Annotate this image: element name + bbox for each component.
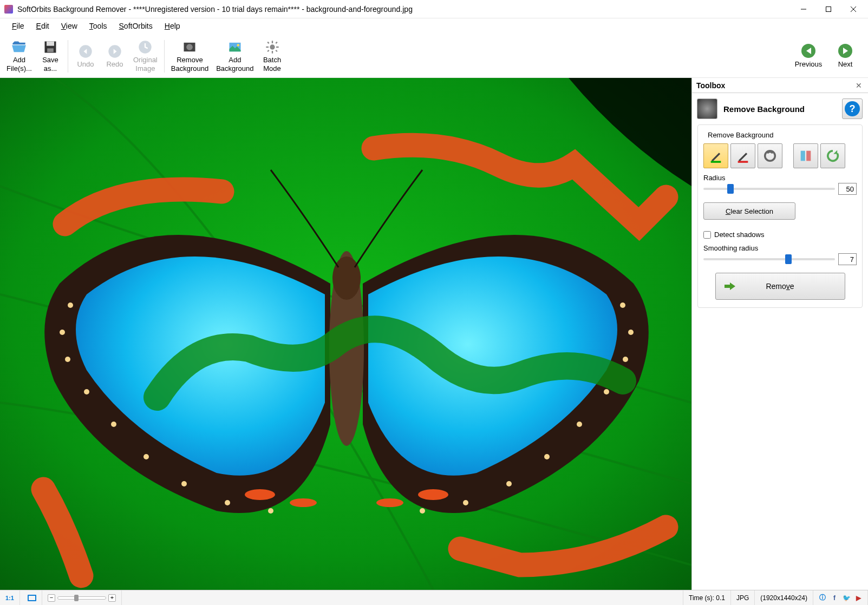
menu-view[interactable]: View (56, 19, 83, 32)
arrow-left-icon (801, 44, 815, 58)
svg-point-27 (84, 389, 89, 394)
maximize-button[interactable] (816, 1, 841, 18)
zoom-slider[interactable] (57, 596, 106, 600)
refresh-tool[interactable] (820, 143, 845, 168)
undo-button[interactable]: Undo (71, 36, 100, 77)
eraser-tool[interactable] (758, 143, 782, 168)
svg-rect-21 (275, 42, 277, 44)
redo-icon (107, 44, 122, 59)
original-image-button[interactable]: Original Image (130, 36, 161, 77)
smoothing-slider-thumb[interactable] (785, 254, 792, 264)
svg-point-14 (270, 44, 275, 49)
status-dimensions: (1920x1440x24) (755, 590, 813, 605)
clock-icon (138, 40, 153, 55)
undo-label: Undo (77, 60, 94, 69)
redo-button[interactable]: Redo (101, 36, 129, 77)
remove-background-button[interactable]: Remove Background (168, 36, 212, 77)
clear-selection-button[interactable]: Clear Selection (703, 202, 795, 220)
radius-slider-thumb[interactable] (727, 184, 734, 194)
arrow-right-icon (838, 44, 852, 58)
remove-bg-group: Remove Background Radius (697, 124, 863, 308)
facebook-icon[interactable]: f (831, 594, 838, 602)
status-bar: 1:1 − + Time (s): 0.1 JPG (1920x1440x24)… (0, 590, 868, 605)
svg-point-26 (65, 357, 70, 362)
menu-bar: File Edit View Tools SoftOrbits Help (0, 18, 868, 34)
radius-label: Radius (703, 174, 857, 182)
svg-point-32 (268, 508, 273, 514)
group-legend: Remove Background (706, 131, 775, 139)
main-toolbar: Add File(s)... Saveas... Undo Redo Origi… (0, 34, 868, 78)
zoom-control: − + (42, 590, 122, 605)
youtube-icon[interactable]: ▶ (854, 594, 862, 602)
floppy-icon (43, 40, 58, 55)
svg-point-39 (506, 481, 512, 486)
svg-point-44 (418, 489, 448, 500)
title-bar: SoftOrbits Background Remover - ****Unre… (0, 0, 868, 18)
smoothing-slider[interactable] (703, 258, 835, 260)
status-format: JPG (731, 590, 755, 605)
next-button[interactable]: Next (829, 37, 862, 75)
remove-button[interactable]: Remove (715, 273, 845, 300)
minimize-button[interactable] (791, 1, 816, 18)
svg-point-33 (620, 302, 625, 308)
zoom-in-button[interactable]: + (108, 594, 116, 602)
green-marker-tool[interactable] (703, 143, 728, 168)
menu-edit[interactable]: Edit (31, 19, 55, 32)
svg-rect-16 (271, 51, 272, 54)
radius-slider-row (703, 183, 857, 195)
lasso-fg-tool[interactable] (793, 143, 818, 168)
close-button[interactable] (841, 1, 866, 18)
svg-point-40 (463, 500, 468, 505)
add-bg-label: Add Background (216, 56, 253, 73)
add-bg-icon (227, 40, 243, 55)
menu-help[interactable]: Help (159, 19, 186, 32)
save-as-button[interactable]: Saveas... (36, 36, 64, 77)
toolbox-header: Toolbox ✕ (692, 78, 868, 93)
svg-rect-15 (271, 41, 272, 43)
radius-slider[interactable] (703, 188, 835, 190)
menu-softorbits[interactable]: SoftOrbits (114, 19, 158, 32)
image-canvas[interactable] (0, 78, 691, 590)
previous-button[interactable]: Previous (792, 37, 825, 75)
toolbox-close-button[interactable]: ✕ (854, 81, 864, 90)
main-area: Toolbox ✕ Remove Background ? Remove Bac… (0, 78, 868, 590)
batch-mode-button[interactable]: Batch Mode (258, 36, 286, 77)
svg-point-31 (225, 500, 230, 505)
svg-rect-18 (276, 47, 279, 48)
zoom-out-button[interactable]: − (48, 594, 55, 602)
detect-shadows-checkbox[interactable]: Detect shadows (703, 231, 857, 239)
detect-shadows-input[interactable] (703, 231, 711, 239)
info-icon[interactable]: ⓘ (819, 594, 826, 602)
zoom-slider-thumb[interactable] (74, 595, 79, 601)
nav-group: Previous Next (792, 37, 862, 75)
zoom-11-button[interactable]: 1:1 (0, 590, 20, 605)
remove-bg-label: Remove Background (171, 56, 208, 73)
menu-tools[interactable]: Tools (84, 19, 113, 32)
fit-screen-button[interactable] (20, 590, 42, 605)
next-label: Next (838, 60, 853, 68)
svg-point-38 (544, 454, 550, 459)
smoothing-slider-row (703, 253, 857, 265)
toolbar-separator (164, 40, 165, 73)
svg-rect-49 (738, 161, 748, 163)
twitter-icon[interactable]: 🐦 (843, 594, 850, 602)
add-files-button[interactable]: Add File(s)... (3, 36, 35, 77)
svg-rect-17 (266, 47, 269, 48)
question-icon: ? (845, 101, 860, 116)
remove-bg-icon (182, 40, 197, 55)
menu-file[interactable]: File (6, 19, 30, 32)
svg-point-47 (332, 257, 361, 300)
radius-value-input[interactable] (838, 183, 857, 195)
svg-point-11 (187, 44, 193, 50)
red-marker-tool[interactable] (730, 143, 755, 168)
detect-shadows-label: Detect shadows (714, 231, 765, 239)
help-button[interactable]: ? (842, 98, 863, 119)
tool-name-label: Remove Background (723, 104, 836, 114)
svg-point-45 (376, 498, 403, 507)
add-background-button[interactable]: Add Background (213, 36, 257, 77)
svg-point-43 (290, 498, 317, 507)
svg-point-24 (68, 302, 73, 308)
smoothing-value-input[interactable] (838, 253, 857, 265)
svg-point-37 (577, 422, 582, 427)
batch-mode-label: Batch Mode (263, 56, 281, 73)
